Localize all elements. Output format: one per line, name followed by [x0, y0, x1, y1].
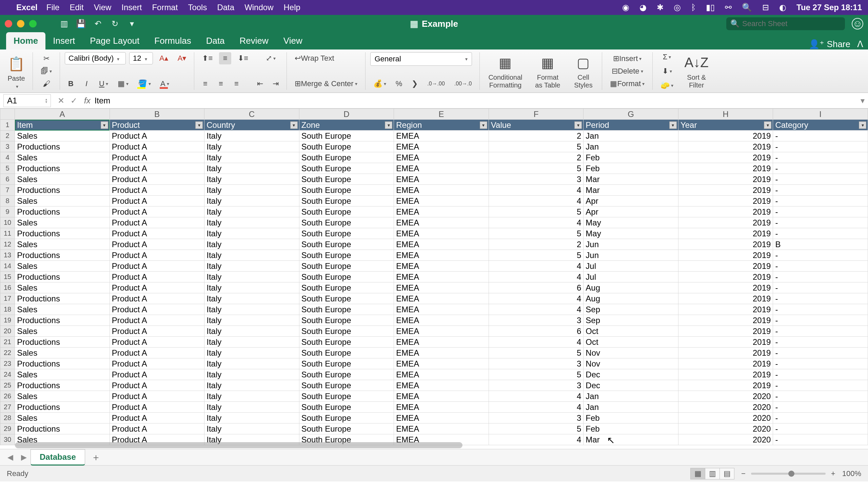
cell-H17[interactable]: 2019 — [678, 293, 773, 304]
filter-dropdown-product[interactable]: ▾ — [195, 121, 203, 129]
cell-I25[interactable]: - — [773, 380, 868, 391]
cell-B5[interactable]: Product A — [110, 163, 204, 174]
window-close-button[interactable] — [5, 20, 12, 27]
siri-icon[interactable]: ◐ — [779, 3, 786, 12]
row-header-18[interactable]: 18 — [0, 304, 15, 315]
sheet-nav-next[interactable]: ▶ — [17, 453, 31, 462]
decrease-decimal-button[interactable]: .00→.0 — [451, 78, 475, 90]
cell-I15[interactable]: - — [773, 272, 868, 282]
font-name-select[interactable]: Calibri (Body) ▾ — [65, 52, 126, 64]
cell-E13[interactable]: EMEA — [394, 250, 489, 261]
menu-data[interactable]: Data — [217, 3, 234, 12]
cell-A27[interactable]: Productions — [15, 402, 110, 413]
cell-B21[interactable]: Product A — [110, 337, 204, 348]
clear-button[interactable]: 🧽▾ — [657, 79, 676, 92]
cell-G23[interactable]: Nov — [584, 358, 678, 369]
cell-G2[interactable]: Jan — [584, 131, 678, 141]
increase-font-button[interactable]: A▴ — [156, 52, 171, 64]
decrease-font-button[interactable]: A▾ — [175, 52, 190, 64]
cell-G14[interactable]: Jul — [584, 261, 678, 272]
menu-file[interactable]: File — [46, 3, 60, 12]
cell-H15[interactable]: 2019 — [678, 272, 773, 282]
header-cell-country[interactable]: Country▾ — [204, 120, 299, 131]
cell-B8[interactable]: Product A — [110, 196, 204, 206]
cell-E2[interactable]: EMEA — [394, 131, 489, 141]
cell-F7[interactable]: 4 — [489, 185, 584, 196]
cell-E7[interactable]: EMEA — [394, 185, 489, 196]
cell-C16[interactable]: Italy — [204, 282, 299, 293]
cell-D19[interactable]: South Europe — [299, 315, 394, 326]
cell-D6[interactable]: South Europe — [299, 174, 394, 185]
view-normal-button[interactable]: ▦ — [690, 468, 705, 479]
cell-I13[interactable]: - — [773, 250, 868, 261]
window-maximize-button[interactable] — [29, 20, 37, 27]
cell-A17[interactable]: Productions — [15, 293, 110, 304]
row-header-17[interactable]: 17 — [0, 293, 15, 304]
cell-B4[interactable]: Product A — [110, 152, 204, 163]
column-header-D[interactable]: D — [299, 109, 394, 120]
align-left-button[interactable]: ≡ — [199, 78, 211, 90]
menu-format[interactable]: Format — [152, 3, 178, 12]
cell-G7[interactable]: Mar — [584, 185, 678, 196]
filter-dropdown-region[interactable]: ▾ — [480, 121, 487, 129]
cell-A9[interactable]: Productions — [15, 206, 110, 217]
italic-button[interactable]: I — [80, 78, 93, 90]
cell-D9[interactable]: South Europe — [299, 206, 394, 217]
row-header-26[interactable]: 26 — [0, 391, 15, 402]
header-cell-period[interactable]: Period▾ — [584, 120, 678, 131]
cell-F23[interactable]: 3 — [489, 358, 584, 369]
accounting-format-button[interactable]: 💰▾ — [370, 78, 389, 90]
cell-G27[interactable]: Jan — [584, 402, 678, 413]
row-header-22[interactable]: 22 — [0, 348, 15, 358]
cell-E5[interactable]: EMEA — [394, 163, 489, 174]
zoom-out-button[interactable]: − — [741, 469, 746, 478]
header-cell-year[interactable]: Year▾ — [678, 120, 773, 131]
cell-C23[interactable]: Italy — [204, 358, 299, 369]
cell-A11[interactable]: Productions — [15, 228, 110, 239]
cell-F24[interactable]: 5 — [489, 369, 584, 380]
cell-E26[interactable]: EMEA — [394, 391, 489, 402]
cell-H6[interactable]: 2019 — [678, 174, 773, 185]
cell-F12[interactable]: 2 — [489, 239, 584, 250]
cell-G17[interactable]: Aug — [584, 293, 678, 304]
cell-E29[interactable]: EMEA — [394, 423, 489, 434]
cell-I10[interactable]: - — [773, 217, 868, 228]
column-header-F[interactable]: F — [489, 109, 584, 120]
ribbon-tab-page-layout[interactable]: Page Layout — [82, 32, 147, 50]
cell-H11[interactable]: 2019 — [678, 228, 773, 239]
cell-I26[interactable]: - — [773, 391, 868, 402]
cell-I18[interactable]: - — [773, 304, 868, 315]
cell-G6[interactable]: Mar — [584, 174, 678, 185]
cell-B2[interactable]: Product A — [110, 131, 204, 141]
format-as-table-button[interactable]: ▦Format as Table — [532, 51, 563, 91]
cell-C11[interactable]: Italy — [204, 228, 299, 239]
cell-F6[interactable]: 3 — [489, 174, 584, 185]
cell-B9[interactable]: Product A — [110, 206, 204, 217]
row-header-13[interactable]: 13 — [0, 250, 15, 261]
row-header-4[interactable]: 4 — [0, 152, 15, 163]
cell-F16[interactable]: 6 — [489, 282, 584, 293]
cell-E25[interactable]: EMEA — [394, 380, 489, 391]
cell-E10[interactable]: EMEA — [394, 217, 489, 228]
filter-dropdown-year[interactable]: ▾ — [764, 121, 771, 129]
cell-G13[interactable]: Jun — [584, 250, 678, 261]
cell-D18[interactable]: South Europe — [299, 304, 394, 315]
row-header-28[interactable]: 28 — [0, 413, 15, 423]
cell-C19[interactable]: Italy — [204, 315, 299, 326]
cell-F3[interactable]: 5 — [489, 141, 584, 152]
cell-H22[interactable]: 2019 — [678, 348, 773, 358]
cell-F5[interactable]: 5 — [489, 163, 584, 174]
cell-A7[interactable]: Productions — [15, 185, 110, 196]
row-header-7[interactable]: 7 — [0, 185, 15, 196]
cell-B29[interactable]: Product A — [110, 423, 204, 434]
cell-G30[interactable]: Mar — [584, 434, 678, 445]
row-header-10[interactable]: 10 — [0, 217, 15, 228]
cell-C10[interactable]: Italy — [204, 217, 299, 228]
align-bottom-button[interactable]: ⬇≡ — [235, 52, 251, 64]
cell-G18[interactable]: Sep — [584, 304, 678, 315]
cell-B16[interactable]: Product A — [110, 282, 204, 293]
filter-dropdown-zone[interactable]: ▾ — [385, 121, 392, 129]
cell-H16[interactable]: 2019 — [678, 282, 773, 293]
search-sheet-input[interactable] — [742, 19, 841, 28]
cell-H7[interactable]: 2019 — [678, 185, 773, 196]
